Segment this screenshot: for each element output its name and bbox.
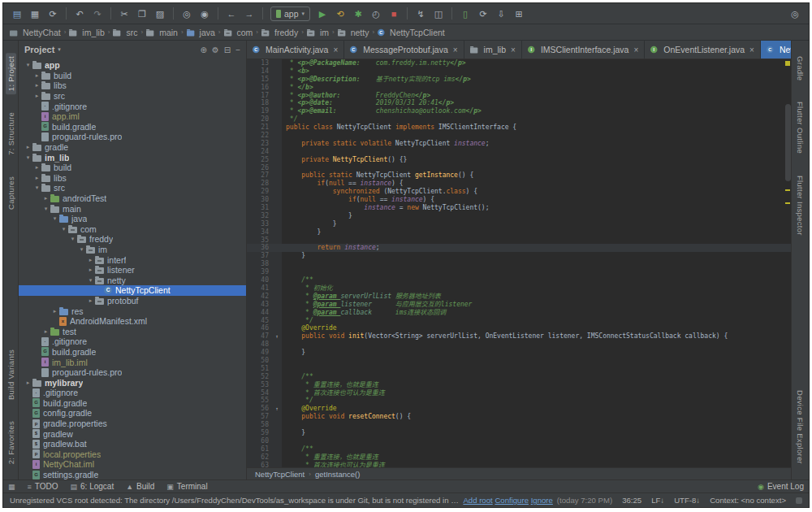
code-line[interactable]: 44 * @param callback ims连接状态回调 — [247, 309, 791, 317]
line-number[interactable]: 62 — [247, 453, 272, 462]
tree-item[interactable]: ▾com — [19, 224, 246, 235]
tree-item[interactable]: gradlew.bat — [19, 439, 246, 449]
profile-icon[interactable]: ◴ — [368, 6, 384, 22]
line-number[interactable]: 42 — [247, 293, 272, 301]
line-number[interactable]: 17 — [247, 92, 272, 100]
hide-panel-icon[interactable]: − — [235, 46, 240, 54]
code-line[interactable]: 52 /** — [247, 373, 791, 381]
indicator-icon[interactable] — [796, 497, 802, 504]
line-number[interactable]: 24 — [247, 148, 272, 156]
code-line[interactable]: 49 } — [247, 349, 791, 357]
code-line[interactable]: 51 — [247, 365, 791, 373]
tree-item[interactable]: ▾im_lib — [19, 152, 246, 163]
tree-item[interactable]: ▸libs — [19, 173, 246, 184]
line-number[interactable]: 41 — [247, 284, 272, 293]
expand-arrow-icon[interactable]: ▸ — [86, 257, 95, 263]
find-icon[interactable]: ◎ — [179, 6, 195, 22]
line-number[interactable]: 44 — [247, 309, 272, 317]
expand-arrow-icon[interactable]: ▸ — [24, 380, 32, 386]
line-number[interactable]: 60 — [247, 437, 272, 445]
tree-item[interactable]: ▸mylibrary — [19, 377, 246, 388]
expand-arrow-icon[interactable]: ▸ — [86, 267, 95, 273]
breadcrumb-item[interactable]: im_lib — [69, 28, 104, 37]
tree-item[interactable]: ▸src — [19, 91, 246, 102]
editor-scrollbar[interactable] — [785, 104, 791, 181]
error-stripe-mark[interactable] — [785, 189, 790, 191]
paste-icon[interactable]: ▨ — [152, 6, 168, 22]
tool-button-gradle[interactable]: Gradle — [795, 53, 806, 84]
code-line[interactable]: 14 * <b> — [247, 67, 791, 76]
line-number[interactable]: 34 — [247, 228, 272, 236]
breadcrumb-item[interactable]: im — [307, 28, 329, 37]
code-line[interactable]: 59 } — [247, 429, 791, 437]
code-line[interactable]: 37 } — [247, 252, 791, 260]
line-number[interactable]: 38 — [247, 260, 272, 268]
expand-arrow-icon[interactable]: ▸ — [41, 328, 50, 335]
code-line[interactable]: 53 * 重置连接，也就是重连 — [247, 381, 791, 389]
line-number[interactable]: 36 — [247, 244, 272, 252]
settings-gear-icon[interactable]: ⚙ — [212, 46, 219, 54]
expand-arrow-icon[interactable]: ▸ — [32, 164, 41, 171]
expand-arrow-icon[interactable]: ▾ — [77, 246, 86, 253]
code-line[interactable]: 15 * <p>@Description: 基于netty实现的tcp ims<… — [247, 76, 791, 84]
code-viewport[interactable]: 13 * <p>@PackageName: com.freddy.im.nett… — [247, 59, 791, 467]
code-line[interactable]: 63 * 首次连接也可认为是重连 — [247, 462, 791, 467]
tree-item[interactable]: local.properties — [19, 449, 246, 460]
code-line[interactable]: 38 — [247, 260, 791, 268]
line-number[interactable]: 19 — [247, 107, 272, 115]
code-line[interactable]: 61 /** — [247, 445, 791, 453]
status-link[interactable]: Add root — [463, 496, 492, 505]
breadcrumb-item[interactable]: src — [113, 28, 137, 37]
tree-item[interactable]: ▸gradle — [19, 142, 246, 153]
line-number[interactable]: 35 — [247, 236, 272, 245]
override-icon[interactable]: ↑ — [272, 405, 282, 413]
editor-breadcrumb-item[interactable]: getInstance() — [315, 470, 360, 479]
line-number[interactable]: 26 — [247, 164, 272, 172]
line-number[interactable]: 57 — [247, 413, 272, 421]
tree-item[interactable]: ▾im — [19, 245, 246, 255]
stop-icon[interactable]: ■ — [386, 6, 402, 22]
code-line[interactable]: 24 — [247, 148, 791, 156]
code-line[interactable]: 56↑ @Override — [247, 405, 791, 413]
editor-tab[interactable]: MessageProtobuf.java× — [344, 41, 464, 59]
line-number[interactable]: 46 — [247, 324, 272, 332]
error-stripe-mark[interactable] — [785, 202, 790, 204]
line-number[interactable]: 55 — [247, 397, 272, 405]
code-line[interactable]: 50 — [247, 357, 791, 365]
tree-item[interactable]: NettyChat.iml — [19, 459, 246, 470]
error-stripe-mark[interactable] — [785, 61, 790, 66]
code-line[interactable]: 28 if(null == instance) { — [247, 180, 791, 188]
line-number[interactable]: 30 — [247, 196, 272, 204]
line-number[interactable]: 45 — [247, 317, 272, 325]
expand-arrow-icon[interactable]: ▾ — [32, 184, 41, 191]
sdk-manager-icon[interactable]: ⇩ — [493, 6, 509, 22]
avd-manager-icon[interactable]: ▯ — [457, 6, 473, 22]
code-line[interactable]: 62 * 重置连接，也就是重连 — [247, 453, 791, 462]
tool-button-build-variants[interactable]: Build Variants — [6, 346, 16, 403]
line-number[interactable]: 52 — [247, 373, 272, 381]
code-line[interactable]: 26 — [247, 164, 791, 172]
line-number[interactable]: 31 — [247, 204, 272, 212]
tree-item[interactable]: im_lib.iml — [19, 357, 246, 367]
line-number[interactable]: 18 — [247, 99, 272, 107]
caret-position-widget[interactable]: 36:25 — [622, 496, 641, 505]
cut-icon[interactable]: ✂ — [116, 6, 132, 22]
code-line[interactable]: 22 — [247, 132, 791, 140]
line-number[interactable]: 54 — [247, 389, 272, 397]
code-line[interactable]: 32 } — [247, 212, 791, 220]
line-number[interactable]: 13 — [247, 59, 272, 67]
tree-item[interactable]: proguard-rules.pro — [19, 367, 246, 378]
tool-button-build[interactable]: ▲Build — [126, 482, 154, 491]
line-number[interactable]: 20 — [247, 115, 272, 124]
status-link[interactable]: Ignore — [531, 496, 553, 505]
tree-item[interactable]: ▸androidTest — [19, 193, 246, 204]
expand-arrow-icon[interactable]: ▸ — [24, 144, 32, 150]
code-line[interactable]: 47↑ public void init(Vector<String> serv… — [247, 332, 791, 341]
code-line[interactable]: 42 * @param serverUrlList 服务器地址列表 — [247, 293, 791, 301]
line-number[interactable]: 29 — [247, 188, 272, 196]
expand-arrow-icon[interactable]: ▾ — [24, 62, 32, 68]
line-number[interactable]: 15 — [247, 76, 272, 84]
code-line[interactable]: 23 private static volatile NettyTcpClien… — [247, 140, 791, 148]
redo-icon[interactable]: ↷ — [89, 6, 106, 22]
tree-item[interactable]: AndroidManifest.xml — [19, 316, 246, 327]
